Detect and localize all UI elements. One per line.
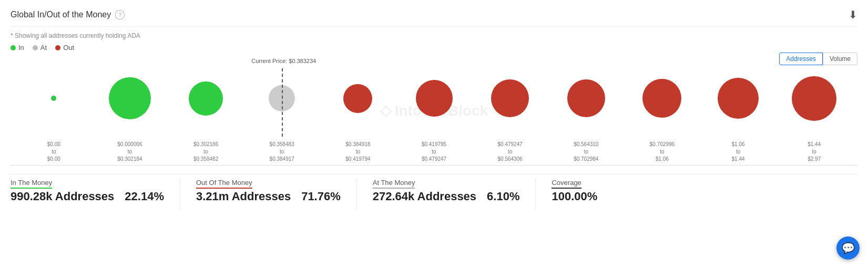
legend-out-dot <box>55 45 60 50</box>
stat-label-3: Coverage <box>552 179 581 189</box>
legend-out: Out <box>55 44 74 51</box>
legend-at: At <box>33 44 47 51</box>
range-label-7: $0.564310 to $0.702984 <box>574 141 598 163</box>
chart-col-6: $0.479247 to $0.564306 <box>472 58 548 163</box>
stat-label-2: At The Money <box>373 179 415 189</box>
chart-area: ◇ IntoTheBlock $0.00 to $0.00$0.000006 t… <box>11 58 857 163</box>
chart-col-4: $0.384918 to $0.419794 <box>320 58 396 163</box>
range-label-0: $0.00 to $0.00 <box>47 141 60 163</box>
help-icon[interactable]: ? <box>115 10 125 19</box>
legend-in-dot <box>11 45 16 50</box>
range-label-8: $0.702996 to $1.06 <box>650 141 675 163</box>
stat-divider-1 <box>356 179 357 210</box>
chart-col-9: $1.06 to $1.44 <box>700 58 777 163</box>
range-label-5: $0.419795 to $0.479247 <box>422 141 446 163</box>
chart-col-5: $0.419795 to $0.479247 <box>396 58 472 163</box>
chart-divider <box>11 165 857 166</box>
bubble-container-8 <box>642 58 681 139</box>
bubble-container-9 <box>718 58 759 139</box>
stat-label-1: Out Of The Money <box>196 179 252 189</box>
bubble-container-0 <box>51 58 56 139</box>
stat-divider-2 <box>535 179 536 210</box>
bubble-8 <box>642 79 681 118</box>
stats-row: In The Money990.28k Addresses22.14%Out O… <box>11 174 857 210</box>
download-icon[interactable]: ⬇ <box>849 8 857 21</box>
range-label-10: $1.44 to $2.97 <box>808 141 821 163</box>
columns-wrapper: $0.00 to $0.00$0.000006 to $0.302184$0.3… <box>16 58 852 163</box>
bubble-2 <box>189 81 223 116</box>
stat-percentage-1: 71.76% <box>301 190 341 203</box>
bubble-container-4 <box>343 58 372 139</box>
bubble-container-7 <box>567 58 605 139</box>
bubble-container-10 <box>792 58 836 139</box>
stat-group-1: Out Of The Money3.21m Addresses71.76% <box>196 179 356 203</box>
stat-percentage-0: 22.14% <box>125 190 164 203</box>
legend-out-label: Out <box>63 44 74 51</box>
current-price-line: Current Price: $0.383234 <box>282 68 283 137</box>
range-label-2: $0.302186 to $0.358482 <box>193 141 218 163</box>
stat-value-1: 3.21m Addresses <box>196 190 291 203</box>
bubble-4 <box>343 84 372 113</box>
bubble-10 <box>792 76 836 121</box>
range-label-1: $0.000006 to $0.302184 <box>117 141 142 163</box>
range-label-3: $0.358483 to $0.384917 <box>270 141 294 163</box>
legend-at-dot <box>33 45 38 50</box>
stat-group-3: Coverage100.00% <box>552 179 613 203</box>
legend-in: In <box>11 44 24 51</box>
bubble-container-5 <box>416 58 453 139</box>
bubble-container-1 <box>109 58 151 139</box>
chart-col-8: $0.702996 to $1.06 <box>624 58 700 163</box>
chart-col-10: $1.44 to $2.97 <box>776 58 852 163</box>
legend-in-label: In <box>18 44 24 51</box>
subtitle: * Showing all addresses currently holdin… <box>11 32 857 39</box>
stat-value-3: 100.00% <box>552 190 597 203</box>
bubble-5 <box>416 80 453 117</box>
chat-bubble[interactable]: 💬 <box>836 236 860 260</box>
bubble-0 <box>51 96 56 101</box>
stat-group-0: In The Money990.28k Addresses22.14% <box>11 179 180 203</box>
bubble-container-2 <box>189 58 223 139</box>
range-label-9: $1.06 to $1.44 <box>732 141 745 163</box>
stat-percentage-2: 6.10% <box>487 190 519 203</box>
stat-value-2: 272.64k Addresses <box>373 190 476 203</box>
page-title: Global In/Out of the Money <box>11 10 111 19</box>
bubble-1 <box>109 77 151 119</box>
bubble-6 <box>491 79 529 117</box>
stat-value-0: 990.28k Addresses <box>11 190 114 203</box>
current-price-label: Current Price: $0.383234 <box>251 58 316 64</box>
chart-col-1: $0.000006 to $0.302184 <box>92 58 168 163</box>
legend-at-label: At <box>40 44 47 51</box>
chart-col-2: $0.302186 to $0.358482 <box>168 58 244 163</box>
bubble-container-6 <box>491 58 529 139</box>
bubble-9 <box>718 78 759 119</box>
range-label-4: $0.384918 to $0.419794 <box>345 141 370 163</box>
bubble-7 <box>567 79 605 117</box>
legend: In At Out <box>11 44 857 51</box>
chart-col-0: $0.00 to $0.00 <box>16 58 92 163</box>
stat-group-2: At The Money272.64k Addresses6.10% <box>373 179 536 203</box>
chart-col-7: $0.564310 to $0.702984 <box>548 58 624 163</box>
stat-label-0: In The Money <box>11 179 52 189</box>
range-label-6: $0.479247 to $0.564306 <box>498 141 523 163</box>
stat-divider-0 <box>180 179 180 210</box>
